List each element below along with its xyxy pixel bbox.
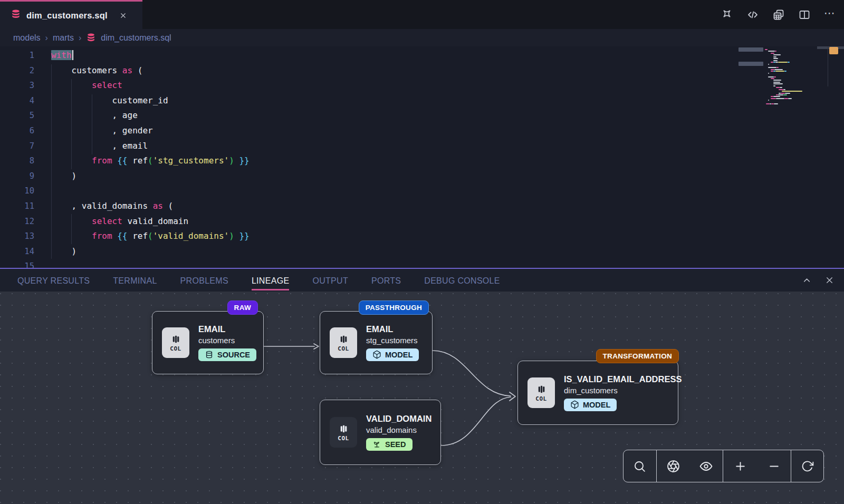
- tag-passthrough: PASSTHROUGH: [359, 301, 429, 315]
- badge-source: SOURCE: [198, 348, 256, 361]
- cube-icon: [570, 400, 579, 409]
- line-number: 6: [0, 123, 34, 139]
- lineage-node-dim_customers[interactable]: TRANSFORMATION COL IS_VALID_EMAIL_ADDRES…: [517, 361, 678, 425]
- code-line: , email: [51, 139, 250, 154]
- breadcrumb-item[interactable]: marts: [53, 33, 74, 43]
- code-content: with customers as ( select customer_id ,…: [51, 48, 250, 268]
- toolbar-group: [656, 450, 723, 482]
- plus-icon: [734, 460, 747, 473]
- toolbar-group: [791, 450, 823, 482]
- code-line: , valid_domains as (: [51, 199, 250, 214]
- code-line: , gender: [51, 123, 250, 139]
- collapse-panel-button[interactable]: [802, 275, 812, 285]
- column-icon: COL: [162, 327, 189, 358]
- line-number: 14: [0, 244, 34, 259]
- tag-transformation: TRANSFORMATION: [596, 349, 679, 363]
- code-line: , age: [51, 108, 250, 123]
- panel-tab-ports[interactable]: PORTS: [371, 270, 401, 290]
- line-number: 8: [0, 153, 34, 169]
- code-line: from {{ ref('stg_customers') }}: [51, 153, 250, 169]
- node-subtitle: stg_customers: [366, 336, 419, 345]
- column-icon: COL: [330, 417, 357, 448]
- app-window: dim_customers.sql ⋯ models›marts›dim_cus…: [0, 0, 844, 504]
- table-copy-icon: [772, 8, 785, 21]
- line-number: 15: [0, 259, 34, 268]
- more-actions-button[interactable]: ⋯: [824, 7, 836, 22]
- toolbar-group: [723, 450, 791, 482]
- lineage-node-valid_domains[interactable]: COL VALID_DOMAIN valid_domains SEED: [320, 400, 441, 465]
- code-line: select valid_domain: [51, 214, 250, 229]
- breadcrumb-item[interactable]: dim_customers.sql: [101, 33, 171, 43]
- close-panel-button[interactable]: [824, 275, 835, 285]
- overview-ruler-line: [828, 46, 828, 86]
- panel-actions: [802, 269, 835, 292]
- code-line: customer_id: [51, 93, 250, 109]
- chevron-up-icon: [802, 275, 812, 285]
- breadcrumb-item[interactable]: models: [13, 33, 41, 43]
- code-line: with: [51, 48, 250, 63]
- code-line: customers as (: [51, 63, 250, 79]
- panel-tab-bar: QUERY RESULTSTERMINALPROBLEMSLINEAGEOUTP…: [0, 269, 844, 292]
- minimap[interactable]: [764, 49, 808, 105]
- lineage-node-customers[interactable]: RAW COL EMAIL customers SOURCE: [152, 311, 264, 374]
- node-subtitle: dim_customers: [564, 386, 668, 395]
- zoom-in-button[interactable]: [734, 460, 747, 473]
- copy-results-button[interactable]: [772, 8, 785, 21]
- node-title: IS_VALID_EMAIL_ADDRESS: [564, 374, 668, 384]
- line-number: 5: [0, 108, 34, 123]
- node-title: EMAIL: [198, 324, 254, 334]
- panel-tab-lineage[interactable]: LINEAGE: [252, 270, 289, 290]
- seedling-icon: [372, 440, 381, 449]
- node-title: EMAIL: [366, 324, 419, 334]
- code-icon: [746, 8, 759, 21]
- tag-raw: RAW: [227, 301, 258, 315]
- editor-actions: ⋯: [721, 0, 836, 29]
- split-editor-button[interactable]: [798, 8, 811, 21]
- line-number: 10: [0, 183, 34, 199]
- badge-model: MODEL: [366, 348, 419, 361]
- minus-icon: [768, 460, 781, 473]
- code-line: from {{ ref('valid_domains') }}: [51, 229, 250, 244]
- ellipsis-icon: ⋯: [824, 7, 836, 22]
- code-line: select: [51, 78, 250, 93]
- line-number: 9: [0, 169, 34, 184]
- code-view-button[interactable]: [746, 8, 759, 21]
- dbt-logo-button[interactable]: [721, 8, 733, 21]
- code-line: ): [51, 244, 250, 259]
- panel-tab-terminal[interactable]: TERMINAL: [113, 270, 157, 290]
- panel-tab-debug-console[interactable]: DEBUG CONSOLE: [424, 270, 500, 290]
- database-outline-icon: [205, 350, 214, 359]
- panel-tab-problems[interactable]: PROBLEMS: [180, 270, 228, 290]
- lineage-node-stg_customers[interactable]: PASSTHROUGH COL EMAIL stg_customers MODE…: [320, 311, 433, 374]
- overview-cursor-marker: [829, 47, 838, 54]
- line-number: 2: [0, 63, 34, 79]
- close-tab-icon[interactable]: [119, 12, 127, 20]
- breadcrumb-separator: ›: [79, 33, 81, 43]
- text-cursor: [72, 50, 73, 60]
- line-number: 7: [0, 139, 34, 154]
- node-subtitle: customers: [198, 336, 254, 345]
- panel-tab-output[interactable]: OUTPUT: [312, 270, 348, 290]
- visibility-button[interactable]: [699, 460, 713, 473]
- line-number: 1: [0, 48, 34, 63]
- column-icon: COL: [528, 377, 555, 408]
- minimap-selection-mark: [738, 47, 763, 52]
- lineage-toolbar: [623, 450, 824, 482]
- code-line: [51, 259, 250, 268]
- dbt-logo-icon: [721, 8, 733, 21]
- capture-button[interactable]: [667, 460, 680, 473]
- node-title: VALID_DOMAIN: [366, 414, 431, 424]
- close-icon: [824, 275, 835, 285]
- tab-dim-customers[interactable]: dim_customers.sql: [0, 0, 142, 29]
- refresh-button[interactable]: [801, 460, 814, 473]
- line-number: 3: [0, 78, 34, 93]
- line-number: 12: [0, 214, 34, 229]
- search-button[interactable]: [633, 460, 646, 473]
- code-editor[interactable]: 123456789101112131415 with customers as …: [0, 46, 844, 268]
- code-line: ): [51, 169, 250, 184]
- panel-tab-query-results[interactable]: QUERY RESULTS: [17, 270, 90, 290]
- database-icon: [11, 9, 21, 22]
- cube-icon: [372, 350, 381, 359]
- zoom-out-button[interactable]: [768, 460, 781, 473]
- lineage-canvas[interactable]: RAW COL EMAIL customers SOURCE PASSTHROU…: [0, 292, 844, 504]
